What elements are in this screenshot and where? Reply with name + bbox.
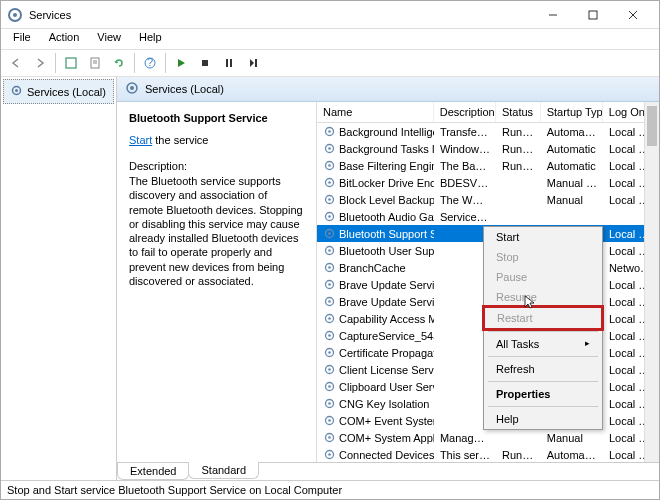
help-button[interactable]: ? [139,52,161,74]
service-startup-cell: Manual [541,194,603,206]
service-desc-cell: Manages th... [434,432,496,444]
properties-button[interactable] [84,52,106,74]
start-service-link[interactable]: Start [129,134,152,146]
gear-icon [323,329,336,342]
back-button[interactable] [5,52,27,74]
close-button[interactable] [613,1,653,29]
context-menu-stop: Stop [484,247,602,267]
svg-rect-13 [226,59,228,67]
forward-button[interactable] [29,52,51,74]
service-name-cell: Bluetooth Support Service [339,228,434,240]
service-desc-cell: This service ... [434,449,496,461]
svg-point-57 [328,436,331,439]
context-menu-help[interactable]: Help [484,409,602,429]
service-startup-cell: Automatic [541,160,603,172]
left-pane: Services (Local) [1,77,117,480]
svg-point-27 [328,181,331,184]
menu-action[interactable]: Action [41,29,88,49]
start-service-button[interactable] [170,52,192,74]
svg-point-59 [328,453,331,456]
service-status-cell: Running [496,449,541,461]
context-menu-properties[interactable]: Properties [484,384,602,404]
svg-point-1 [13,13,17,17]
maximize-button[interactable] [573,1,613,29]
gear-icon [323,346,336,359]
menu-help[interactable]: Help [131,29,170,49]
svg-point-55 [328,419,331,422]
svg-point-37 [328,266,331,269]
menu-separator [488,331,598,332]
refresh-button[interactable] [108,52,130,74]
col-status[interactable]: Status [496,102,541,122]
svg-point-23 [328,147,331,150]
service-name-cell: CaptureService_54aa4 [339,330,434,342]
sidebar-item-services-local[interactable]: Services (Local) [3,79,114,104]
menu-view[interactable]: View [89,29,129,49]
table-row[interactable]: BitLocker Drive Encryption ...BDESVC hos… [317,174,659,191]
pause-service-button[interactable] [218,52,240,74]
service-name-cell: COM+ System Application [339,432,434,444]
titlebar: Services [1,1,659,29]
svg-point-21 [328,130,331,133]
table-row[interactable]: Background Tasks Infrastru...Windows in.… [317,140,659,157]
service-name-cell: BranchCache [339,262,406,274]
svg-point-31 [328,215,331,218]
service-startup-cell: Automatic (D... [541,449,603,461]
minimize-button[interactable] [533,1,573,29]
service-desc-cell: Service sup... [434,211,496,223]
context-menu-restart: Restart [483,306,603,330]
table-row[interactable]: Block Level Backup Engine ...The WBENG..… [317,191,659,208]
tab-extended[interactable]: Extended [117,463,189,480]
svg-point-41 [328,300,331,303]
gear-icon [323,278,336,291]
scroll-thumb[interactable] [647,106,657,146]
gear-icon [323,397,336,410]
column-headers: Name Description Status Startup Type Log… [317,102,659,123]
tab-standard[interactable]: Standard [188,462,259,479]
service-startup-cell: Manual (Trig... [541,177,603,189]
table-row[interactable]: Base Filtering EngineThe Base Fil...Runn… [317,157,659,174]
gear-icon [323,227,336,240]
stop-service-button[interactable] [194,52,216,74]
menu-separator [488,406,598,407]
svg-point-39 [328,283,331,286]
service-desc-cell: Windows in... [434,143,496,155]
service-startup-cell: Automatic [541,143,603,155]
description-pane: Bluetooth Support Service Start the serv… [117,102,317,462]
table-row[interactable]: COM+ System ApplicationManages th...Manu… [317,429,659,446]
export-button[interactable] [60,52,82,74]
service-list: Name Description Status Startup Type Log… [317,102,659,462]
context-menu-refresh[interactable]: Refresh [484,359,602,379]
context-menu-start[interactable]: Start [484,227,602,247]
gear-icon [10,84,23,99]
gear-icon [323,244,336,257]
context-menu-pause: Pause [484,267,602,287]
scrollbar[interactable] [644,102,659,462]
gear-icon [323,448,336,461]
gear-icon [323,210,336,223]
statusbar: Stop and Start service Bluetooth Support… [1,480,659,499]
description-text: The Bluetooth service supports discovery… [129,174,304,288]
svg-point-35 [328,249,331,252]
svg-point-49 [328,368,331,371]
col-name[interactable]: Name [317,102,434,122]
table-row[interactable]: Background Intelligent Trans...Transfers… [317,123,659,140]
svg-point-19 [130,86,134,90]
service-status-cell: Running [496,126,541,138]
context-menu: StartStopPauseResumeRestartAll TasksRefr… [483,226,603,430]
context-menu-all-tasks[interactable]: All Tasks [484,334,602,354]
service-name-cell: Certificate Propagation [339,347,434,359]
table-row[interactable]: Bluetooth Audio Gateway S...Service sup.… [317,208,659,225]
right-pane-header: Services (Local) [117,77,659,102]
service-name-cell: Brave Update Service (brav... [339,296,434,308]
service-name-cell: Background Intelligent Trans... [339,126,434,138]
col-startup[interactable]: Startup Type [541,102,603,122]
gear-icon [323,431,336,444]
window-title: Services [29,9,533,21]
restart-service-button[interactable] [242,52,264,74]
table-row[interactable]: Connected Devices Platfor...This service… [317,446,659,462]
service-startup-cell: Manual [541,432,603,444]
menu-file[interactable]: File [5,29,39,49]
col-description[interactable]: Description [434,102,496,122]
service-startup-cell: Automatic (D... [541,126,603,138]
